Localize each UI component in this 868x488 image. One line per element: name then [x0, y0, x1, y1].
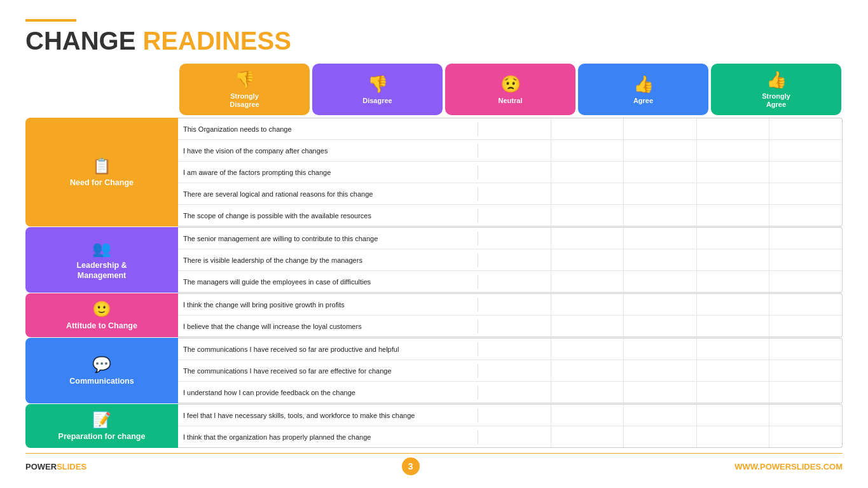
rating-cell-strongly-disagree[interactable] — [478, 271, 551, 292]
neutral-label: Neutral — [499, 97, 523, 105]
rating-cell-neutral[interactable] — [624, 162, 697, 183]
rating-cell-strongly-disagree[interactable] — [478, 405, 551, 426]
rating-cell-strongly-disagree[interactable] — [478, 382, 551, 403]
rating-cell-strongly-agree[interactable] — [769, 249, 842, 270]
section-preparation-for-change: 📝Preparation for changeI feel that I hav… — [25, 404, 843, 448]
rating-cell-disagree[interactable] — [551, 249, 624, 270]
rating-cell-strongly-disagree[interactable] — [478, 294, 551, 315]
rating-cell-neutral[interactable] — [624, 294, 697, 315]
neutral-icon: 😟 — [500, 74, 521, 94]
questions-need-for-change: This Organization needs to changeI have … — [178, 118, 843, 227]
rating-cell-neutral[interactable] — [624, 183, 697, 204]
rating-header-strongly-agree: 👍Strongly Agree — [711, 64, 841, 115]
rating-cell-agree[interactable] — [697, 249, 770, 270]
rating-cell-disagree[interactable] — [551, 338, 624, 359]
rating-cell-strongly-agree[interactable] — [769, 338, 842, 359]
rating-cell-agree[interactable] — [697, 426, 770, 447]
rating-cell-neutral[interactable] — [624, 426, 697, 447]
rating-cell-disagree[interactable] — [551, 140, 624, 161]
rating-cell-strongly-disagree[interactable] — [478, 338, 551, 359]
category-label-communications: Communications — [69, 376, 134, 386]
rating-cell-neutral[interactable] — [624, 118, 697, 139]
rating-cell-neutral[interactable] — [624, 228, 697, 249]
rating-cell-agree[interactable] — [697, 316, 770, 337]
rating-cell-disagree[interactable] — [551, 271, 624, 292]
rating-cell-strongly-disagree[interactable] — [478, 228, 551, 249]
rating-header: 👎Strongly Disagree👎Disagree😟Neutral👍Agre… — [178, 64, 843, 115]
question-text: The managers will guide the employees in… — [178, 275, 478, 289]
question-row: I think the change will bring positive g… — [178, 294, 842, 316]
rating-cell-disagree[interactable] — [551, 162, 624, 183]
rating-cell-disagree[interactable] — [551, 426, 624, 447]
rating-cell-strongly-disagree[interactable] — [478, 140, 551, 161]
rating-cell-strongly-agree[interactable] — [769, 360, 842, 381]
footer-brand: POWERSLIDES — [25, 462, 86, 471]
page-title: CHANGE READINESS — [25, 27, 843, 55]
rating-cell-strongly-disagree[interactable] — [478, 162, 551, 183]
category-icon-attitude-to-change: 🙂 — [92, 300, 111, 318]
rating-cell-strongly-agree[interactable] — [769, 405, 842, 426]
disagree-label: Disagree — [362, 97, 392, 105]
rating-cell-agree[interactable] — [697, 360, 770, 381]
questions-leadership-management: The senior management are willing to con… — [178, 227, 843, 293]
rating-cell-neutral[interactable] — [624, 338, 697, 359]
rating-cell-neutral[interactable] — [624, 205, 697, 226]
rating-cell-strongly-disagree[interactable] — [478, 360, 551, 381]
rating-cell-disagree[interactable] — [551, 360, 624, 381]
rating-cell-disagree[interactable] — [551, 228, 624, 249]
rating-cell-agree[interactable] — [697, 382, 770, 403]
rating-header-disagree: 👎Disagree — [312, 64, 443, 115]
rating-cell-agree[interactable] — [697, 162, 770, 183]
rating-cell-strongly-disagree[interactable] — [478, 118, 551, 139]
rating-cell-strongly-agree[interactable] — [769, 426, 842, 447]
page-number-badge: 3 — [402, 457, 420, 475]
rating-cell-disagree[interactable] — [551, 118, 624, 139]
rating-cell-strongly-agree[interactable] — [769, 294, 842, 315]
rating-cell-disagree[interactable] — [551, 183, 624, 204]
rating-cell-neutral[interactable] — [624, 405, 697, 426]
question-row: I feel that I have necessary skills, too… — [178, 405, 842, 426]
rating-cell-agree[interactable] — [697, 118, 770, 139]
rating-cell-agree[interactable] — [697, 338, 770, 359]
rating-cell-strongly-agree[interactable] — [769, 140, 842, 161]
rating-cell-strongly-agree[interactable] — [769, 316, 842, 337]
rating-cell-strongly-disagree[interactable] — [478, 183, 551, 204]
rating-cell-neutral[interactable] — [624, 360, 697, 381]
rating-cell-strongly-agree[interactable] — [769, 162, 842, 183]
rating-cell-strongly-agree[interactable] — [769, 205, 842, 226]
question-row: The communications I have received so fa… — [178, 338, 842, 360]
questions-attitude-to-change: I think the change will bring positive g… — [178, 293, 843, 337]
rating-cell-disagree[interactable] — [551, 205, 624, 226]
rating-cell-strongly-agree[interactable] — [769, 183, 842, 204]
category-label-need-for-change: Need for Change — [70, 178, 134, 188]
question-text: The communications I have received so fa… — [178, 364, 478, 378]
rating-cell-disagree[interactable] — [551, 316, 624, 337]
rating-cell-agree[interactable] — [697, 228, 770, 249]
rating-cell-agree[interactable] — [697, 183, 770, 204]
rating-cell-agree[interactable] — [697, 140, 770, 161]
rating-cell-agree[interactable] — [697, 271, 770, 292]
rating-cell-disagree[interactable] — [551, 405, 624, 426]
question-text: The senior management are willing to con… — [178, 232, 478, 246]
strongly-agree-label: Strongly Agree — [762, 92, 790, 109]
rating-cell-strongly-disagree[interactable] — [478, 426, 551, 447]
rating-cell-disagree[interactable] — [551, 294, 624, 315]
rating-cell-strongly-disagree[interactable] — [478, 316, 551, 337]
section-attitude-to-change: 🙂Attitude to ChangeI think the change wi… — [25, 293, 843, 337]
rating-cell-neutral[interactable] — [624, 316, 697, 337]
rating-cell-agree[interactable] — [697, 294, 770, 315]
rating-cell-neutral[interactable] — [624, 249, 697, 270]
rating-cell-agree[interactable] — [697, 405, 770, 426]
rating-cell-strongly-disagree[interactable] — [478, 249, 551, 270]
rating-cell-neutral[interactable] — [624, 140, 697, 161]
rating-cell-agree[interactable] — [697, 205, 770, 226]
rating-cell-strongly-agree[interactable] — [769, 382, 842, 403]
rating-cell-neutral[interactable] — [624, 382, 697, 403]
rating-cell-disagree[interactable] — [551, 382, 624, 403]
rating-cell-strongly-agree[interactable] — [769, 271, 842, 292]
question-row: The managers will guide the employees in… — [178, 271, 842, 292]
rating-cell-strongly-agree[interactable] — [769, 118, 842, 139]
rating-cell-strongly-disagree[interactable] — [478, 205, 551, 226]
rating-cell-strongly-agree[interactable] — [769, 228, 842, 249]
rating-cell-neutral[interactable] — [624, 271, 697, 292]
